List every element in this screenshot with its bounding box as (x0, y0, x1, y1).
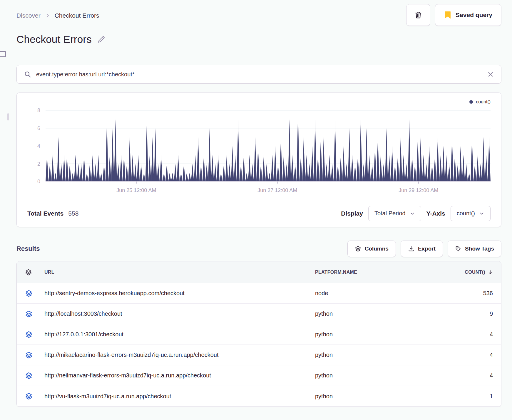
y-tick-label: 8 (27, 107, 40, 114)
chevron-right-icon (45, 13, 51, 19)
display-select[interactable]: Total Period (368, 206, 421, 221)
platform-cell: python (315, 372, 446, 379)
x-tick-label: Jun 29 12:00 AM (399, 187, 438, 194)
yaxis-select[interactable]: count() (451, 206, 491, 221)
x-tick-label: Jun 25 12:00 AM (116, 187, 156, 194)
x-tick-label: Jun 27 12:00 AM (257, 187, 297, 194)
platform-cell: python (315, 310, 446, 317)
results-table: URL PLATFORM.NAME COUNT() http://sentry-… (16, 261, 501, 407)
download-icon (408, 246, 414, 252)
results-row: Results Columns Export Show Tags (16, 241, 501, 257)
count-cell: 536 (446, 290, 493, 297)
saved-query-label: Saved query (456, 11, 492, 19)
count-header-label: COUNT() (465, 270, 485, 275)
search-icon (24, 70, 31, 78)
url-cell[interactable]: http://127.0.0.1:3001/checkout (44, 331, 315, 338)
sort-desc-icon (488, 270, 493, 275)
table-row: http://localhost:3003/checkoutpython9 (17, 304, 501, 324)
columns-label: Columns (365, 246, 389, 252)
chart-panel: count() 02468 Jun 25 12:00 AMJun 27 12:0… (16, 93, 501, 227)
chart-svg (46, 110, 491, 184)
count-cell: 9 (446, 310, 493, 317)
trash-icon (414, 11, 423, 19)
table-header-row: URL PLATFORM.NAME COUNT() (17, 261, 501, 283)
bookmark-icon (444, 11, 451, 19)
platform-cell: node (315, 290, 446, 297)
top-bar: Discover Checkout Errors (16, 4, 501, 26)
chart-footer: Total Events 558 Display Total Period Y-… (17, 200, 501, 227)
table-row: http://mikaelacarino-flask-errors-m3uuiz… (17, 345, 501, 365)
chevron-down-icon (410, 211, 415, 216)
export-label: Export (418, 246, 436, 252)
legend-dot (469, 100, 473, 104)
display-value: Total Period (374, 210, 406, 217)
show-tags-label: Show Tags (465, 246, 494, 252)
count-cell: 1 (446, 393, 493, 400)
table-row: http://vu-flask-m3uuizd7iq-uc.a.run.app/… (17, 386, 501, 406)
saved-query-button[interactable]: Saved query (435, 4, 501, 26)
legend-label: count() (476, 99, 491, 105)
display-label: Display (341, 210, 363, 217)
breadcrumb: Discover Checkout Errors (16, 12, 99, 19)
platform-cell: python (315, 393, 446, 400)
chart-area: 02468 Jun 25 12:00 AMJun 27 12:00 AMJun … (27, 110, 491, 196)
export-button[interactable]: Export (401, 241, 443, 257)
search-input[interactable]: event.type:error has:url url:*checkout* (16, 65, 501, 84)
page-divider (0, 54, 512, 54)
column-header-count[interactable]: COUNT() (446, 270, 493, 275)
chart-plot[interactable] (46, 110, 491, 184)
stack-icon[interactable] (25, 392, 44, 400)
panel-collapse-handle[interactable] (0, 51, 6, 57)
stack-icon[interactable] (25, 331, 44, 338)
results-actions: Columns Export Show Tags (347, 241, 501, 257)
chart-legend: count() (27, 98, 491, 106)
table-row: http://neilmanvar-flask-errors-m3uuizd7i… (17, 365, 501, 386)
title-row: Checkout Errors (16, 33, 501, 45)
count-cell: 4 (446, 372, 493, 379)
table-row: http://127.0.0.1:3001/checkoutpython4 (17, 324, 501, 345)
chevron-down-icon (479, 211, 484, 216)
columns-button[interactable]: Columns (347, 241, 396, 257)
delete-query-button[interactable] (406, 4, 430, 26)
total-events-value: 558 (68, 210, 78, 217)
stack-icon[interactable] (25, 372, 44, 379)
chart-controls: Display Total Period Y-Axis count() (341, 206, 491, 221)
stack-icon[interactable] (25, 351, 44, 359)
stack-icon[interactable] (25, 310, 44, 318)
tag-icon (455, 246, 461, 252)
page-title: Checkout Errors (16, 33, 92, 45)
discover-page: Discover Checkout Errors (0, 0, 512, 407)
url-cell[interactable]: http://mikaelacarino-flask-errors-m3uuiz… (44, 352, 315, 358)
clear-search-icon[interactable] (487, 71, 494, 78)
yaxis-value: count() (457, 210, 475, 217)
x-axis: Jun 25 12:00 AMJun 27 12:00 AMJun 29 12:… (46, 184, 491, 196)
platform-cell: python (315, 352, 446, 358)
platform-cell: python (315, 331, 446, 338)
column-header-platform[interactable]: PLATFORM.NAME (315, 270, 446, 275)
scroll-indicator (7, 113, 9, 120)
stack-icon[interactable] (25, 290, 44, 297)
y-tick-label: 2 (27, 161, 40, 167)
count-cell: 4 (446, 352, 493, 358)
y-tick-label: 6 (27, 125, 40, 132)
columns-icon (355, 246, 361, 252)
url-cell[interactable]: http://localhost:3003/checkout (44, 310, 315, 317)
column-header-url[interactable]: URL (44, 270, 315, 275)
show-tags-button[interactable]: Show Tags (448, 241, 501, 257)
breadcrumb-discover[interactable]: Discover (16, 12, 41, 19)
url-cell[interactable]: http://vu-flask-m3uuizd7iq-uc.a.run.app/… (44, 393, 315, 400)
header-actions: Saved query (406, 4, 501, 26)
results-heading: Results (16, 245, 40, 253)
url-cell[interactable]: http://neilmanvar-flask-errors-m3uuizd7i… (44, 372, 315, 379)
search-query-text: event.type:error has:url url:*checkout* (36, 71, 482, 78)
y-tick-label: 4 (27, 143, 40, 149)
table-body: http://sentry-demos-express.herokuapp.co… (17, 283, 501, 406)
breadcrumb-current: Checkout Errors (55, 12, 99, 19)
stack-icon[interactable] (25, 269, 44, 276)
table-row: http://sentry-demos-express.herokuapp.co… (17, 283, 501, 304)
total-events-label: Total Events (27, 210, 63, 217)
y-axis: 02468 (27, 110, 40, 182)
url-cell[interactable]: http://sentry-demos-express.herokuapp.co… (44, 290, 315, 297)
y-tick-label: 0 (27, 178, 40, 185)
edit-title-icon[interactable] (97, 35, 106, 44)
